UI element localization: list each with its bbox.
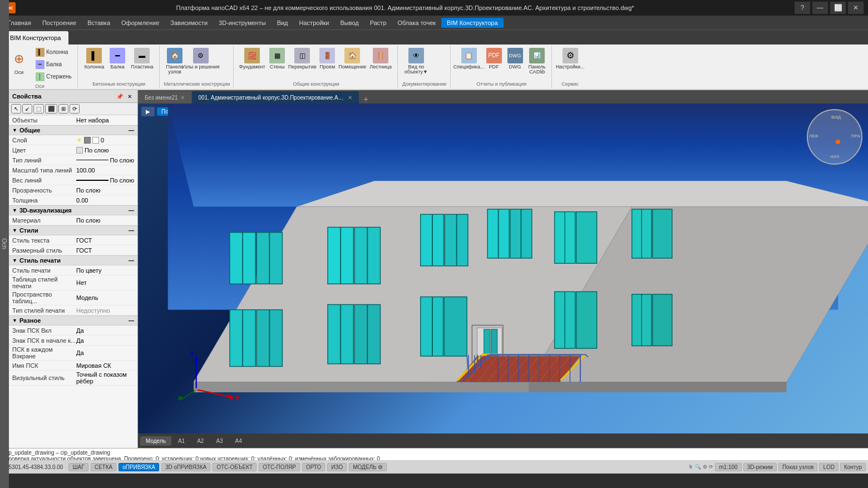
prop-layer-value[interactable]: ☀ 0 [76,136,134,144]
win-maximize-button[interactable]: ⬜ [830,2,846,14]
ribbon-btn-pdf[interactable]: PDF PDF [484,47,504,71]
ribbon-btn-stair[interactable]: 🪜 Лестница [367,47,394,71]
ribbon-btn-dwg[interactable]: DWG DWG [505,47,525,71]
ribbon-btn-floor[interactable]: ◫ Перекрытие [288,47,316,71]
menu-output[interactable]: Вывод [334,18,364,28]
status-btn-ots-obj[interactable]: ОТС-ОБЪЕКТ [213,463,257,471]
ribbon-btn-opening[interactable]: 🚪 Проем [317,47,337,71]
panel-tool-filter[interactable]: ⟳ [70,104,80,114]
nav-cube-circle[interactable]: ВИД НИЗ ЛЕВ ПРА [807,109,862,165]
menu-build[interactable]: Построение [37,18,82,28]
view-tab-a2[interactable]: А2 [191,436,209,446]
menu-deps[interactable]: Зависимости [165,18,213,28]
ribbon-btn-rod1[interactable]: │ Стержень [33,71,74,82]
doc-tab-main-close[interactable]: ✕ [348,95,352,101]
prop-ucs-origin-value[interactable]: Да [76,337,134,344]
status-btn-setka[interactable]: СЕТКА [91,463,117,471]
ribbon-btn-col2[interactable]: ▌ Колонна [82,47,106,71]
ribbon-tab-bim[interactable]: BIM Конструктора [2,31,68,45]
objects-label: Объекты [12,117,76,124]
panel-pin-button[interactable]: 📌 [115,92,124,101]
prop-linetype-value[interactable]: По слою [76,157,134,164]
rod1-label: Стержень [46,73,72,80]
status-btn-3dmode[interactable]: 3D-режим [743,463,777,471]
ribbon-btn-spec[interactable]: 📋 Специфика... [455,47,483,71]
section-misc-header[interactable]: ▼ Разное — [9,316,137,326]
ribbon-btn-nodes[interactable]: ⚙ Узлы и решения [187,47,215,71]
ribbon-btn-node-panel[interactable]: 🏠 Панельузлов [164,47,186,77]
prop-styletable-value[interactable]: Нет [76,279,134,286]
prop-visual-value[interactable]: Точный с показом рёбер [76,371,134,385]
status-btn-oprivyazka[interactable]: оПРИВЯЗКА [119,463,159,471]
menu-format[interactable]: Оформление [116,18,165,28]
ribbon-btn-room[interactable]: 🏠 Помещение [338,47,366,71]
menu-clouds[interactable]: Облака точек [392,18,442,28]
section-styles-header[interactable]: ▼ Стили — [9,225,137,235]
panel-tool-select[interactable]: ↖ [11,104,21,114]
menu-3dtools[interactable]: 3D-инструменты [213,18,272,28]
menu-bim[interactable]: BIM Конструктора [441,18,503,28]
viewport-canvas[interactable]: ▶ Пользовательский вид Точный с показом … [138,103,868,433]
section-general-header[interactable]: ▼ Общие — [9,125,137,135]
status-btn-scale[interactable]: m1:100 [715,463,741,471]
ribbon-btn-foundation[interactable]: 🧱 Фундамент [238,47,266,71]
prop-textstyle-value[interactable]: ГОСТ [76,237,134,244]
prop-color-value[interactable]: По слою [76,147,134,154]
status-btn-3doprivyazka[interactable]: 3D оПРИВЯЗКА [161,463,210,471]
side-panel-toggle[interactable]: Och [0,90,9,448]
prop-linescale-value[interactable]: 100.00 [76,167,134,174]
prop-dimstyle-value[interactable]: ГОСТ [76,247,134,254]
status-btn-orto[interactable]: ОРТО [302,463,325,471]
ribbon-btn-beam2[interactable]: ━ Балка [107,47,127,71]
prop-printstyle-value[interactable]: По цвету [76,267,134,274]
view-tab-a4[interactable]: А4 [230,436,248,446]
panel-close-button[interactable]: ✕ [125,92,134,101]
ribbon-btn-plate[interactable]: ▬ Пластина [129,47,155,71]
win-minimize-button[interactable]: — [812,2,828,14]
doc-tab-unnamed-close[interactable]: ✕ [180,95,185,101]
status-btn-lod[interactable]: LOD [819,463,839,471]
menu-raster[interactable]: Растр [364,18,392,28]
win-close-button[interactable]: ✕ [848,2,864,14]
status-btn-ots-pol[interactable]: ОТС-ПОЛЯР [259,463,300,471]
ribbon-btn-col1[interactable]: ▌ Колонна [33,47,74,58]
ribbon-btn-axes[interactable]: ⊕ Оси [6,47,32,78]
status-btn-contour[interactable]: Контур [840,463,866,471]
menu-insert[interactable]: Вставка [82,18,116,28]
navigation-cube[interactable]: ВИД НИЗ ЛЕВ ПРА [807,109,862,165]
ribbon-btn-settings[interactable]: ⚙ Настройки... [556,47,584,71]
doc-tab-unnamed[interactable]: Без имени21 ✕ [138,91,191,103]
menu-settings[interactable]: Настройки [294,18,335,28]
ribbon-btn-cadlib[interactable]: 📊 ПанельCADlib [526,47,548,77]
menu-view[interactable]: Вид [272,18,294,28]
prop-thickness-value[interactable]: 0.00 [76,197,134,204]
status-btn-model[interactable]: МОДЕЛЬ ⚙ [349,463,387,471]
prop-ucs-on-value[interactable]: Да [76,327,134,334]
view-tab-a1[interactable]: А1 [172,436,190,446]
view-tab-model[interactable]: Модель [140,436,171,446]
panel-tool-2[interactable]: ↙ [22,104,32,114]
section-print-header[interactable]: ▼ Стиль печати — [9,255,137,265]
status-btn-shownodes[interactable]: Показ узлов [778,463,817,471]
panel-tool-4[interactable]: ⬛ [45,104,57,114]
ribbon-tabs: BIM Конструктора [0,30,868,45]
panel-tool-5[interactable]: ⊞ [58,104,68,114]
prop-transparency-value[interactable]: По слою [76,187,134,194]
panel-tool-3[interactable]: ⬚ [33,104,44,114]
section-3d-header[interactable]: ▼ 3D-визуализация — [9,205,137,215]
prop-ucs-each-value[interactable]: Да [76,349,134,356]
new-tab-button[interactable]: + [359,95,373,103]
ribbon-btn-walls[interactable]: ▦ Стены [267,47,287,71]
status-btn-shag[interactable]: ШАГ [68,463,88,471]
status-btn-izo[interactable]: ИЗО [327,463,347,471]
view-tab-a3[interactable]: А3 [210,436,228,446]
prop-ucs-name-value[interactable]: Мировая СК [76,362,134,369]
win-help-button[interactable]: ? [795,2,810,14]
prop-space-value[interactable]: Модель [76,294,134,301]
doc-tab-main[interactable]: 001. Административный корпус.3D.Проектир… [192,91,359,103]
ribbon-btn-beam1[interactable]: ━ Балка [33,59,74,70]
ribbon-btn-view-obj[interactable]: 👁 Вид пообъекту▼ [402,47,430,77]
ribbon-group-service: ⚙ Настройки... Сервис [553,46,588,88]
prop-material-value[interactable]: По слою [76,217,134,224]
prop-lineweight-value[interactable]: По слою [76,177,134,184]
